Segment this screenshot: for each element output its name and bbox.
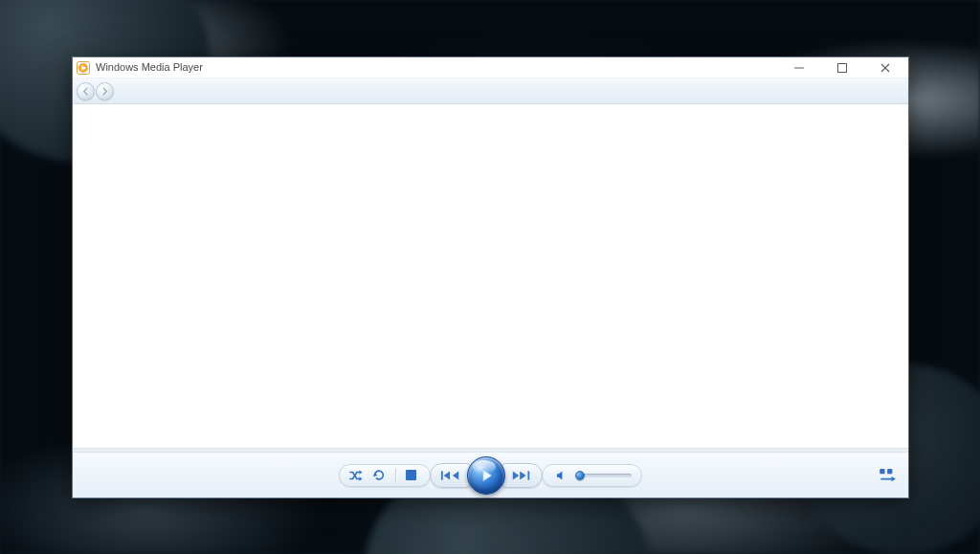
titlebar: Windows Media Player xyxy=(73,57,908,78)
repeat-button[interactable] xyxy=(372,469,386,481)
shuffle-icon xyxy=(349,470,363,481)
svg-marker-6 xyxy=(359,476,362,480)
shuffle-button[interactable] xyxy=(349,470,363,481)
volume-thumb[interactable] xyxy=(575,471,585,480)
window-title: Windows Media Player xyxy=(96,62,203,73)
svg-rect-16 xyxy=(880,469,884,474)
svg-rect-9 xyxy=(441,471,443,479)
next-button[interactable] xyxy=(501,463,543,488)
switch-view-icon xyxy=(880,469,897,482)
svg-marker-10 xyxy=(444,471,450,479)
svg-marker-11 xyxy=(453,471,458,479)
playback-controls xyxy=(73,453,908,498)
wmp-app-icon xyxy=(77,61,90,75)
svg-rect-3 xyxy=(794,67,804,68)
left-control-pill xyxy=(339,464,431,487)
svg-marker-14 xyxy=(520,471,525,479)
stop-button[interactable] xyxy=(406,470,416,480)
svg-marker-12 xyxy=(483,470,492,480)
close-icon xyxy=(880,63,890,73)
arrow-left-icon xyxy=(81,87,90,96)
arrow-right-icon xyxy=(100,87,109,96)
forward-button[interactable] xyxy=(96,82,114,100)
svg-marker-5 xyxy=(359,470,362,474)
control-divider xyxy=(395,469,396,482)
svg-marker-18 xyxy=(892,476,896,480)
next-track-icon xyxy=(511,470,532,481)
maximize-button[interactable] xyxy=(820,58,863,78)
close-button[interactable] xyxy=(863,58,906,78)
switch-to-now-playing-button[interactable] xyxy=(880,469,897,482)
previous-track-icon xyxy=(440,470,461,481)
play-icon xyxy=(479,468,494,483)
content-area xyxy=(73,104,908,448)
repeat-icon xyxy=(372,469,386,481)
svg-rect-15 xyxy=(527,471,529,479)
play-button[interactable] xyxy=(467,456,505,495)
svg-rect-4 xyxy=(837,63,846,72)
svg-rect-17 xyxy=(887,469,892,474)
svg-marker-13 xyxy=(513,471,519,479)
wmp-window: Windows Media Player xyxy=(72,56,909,499)
minimize-button[interactable] xyxy=(777,58,820,78)
svg-rect-8 xyxy=(406,470,416,480)
speaker-icon xyxy=(556,470,567,481)
mute-button[interactable] xyxy=(556,470,567,481)
minimize-icon xyxy=(794,63,804,73)
back-button[interactable] xyxy=(77,82,95,100)
previous-button[interactable] xyxy=(430,463,472,488)
nav-toolbar xyxy=(73,78,908,104)
maximize-icon xyxy=(837,63,847,73)
right-control-pill xyxy=(542,464,642,487)
volume-slider[interactable] xyxy=(576,474,632,477)
stop-icon xyxy=(406,470,416,480)
